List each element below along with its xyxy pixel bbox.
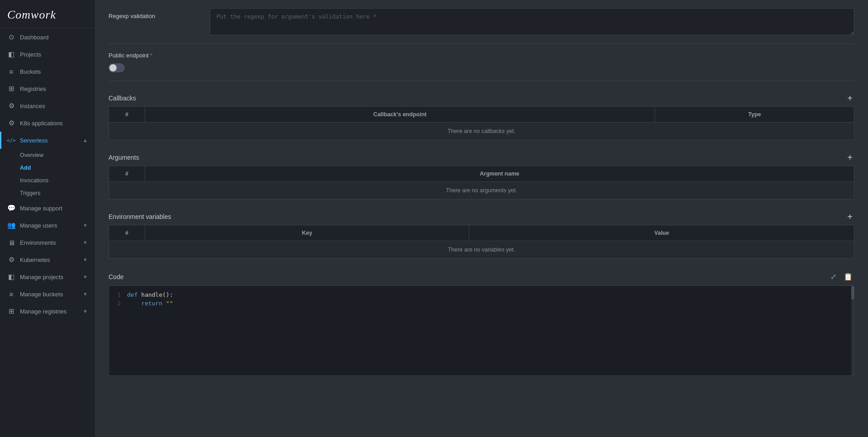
sidebar-item-label: Buckets [20,68,88,75]
kubernetes-icon: ⚙ [7,256,15,264]
registries-icon: ⊞ [7,85,15,93]
manage-buckets-icon: ≡ [7,290,15,298]
support-icon: 💬 [7,204,15,212]
chevron-down-icon: ▼ [83,257,88,262]
arguments-header: Arguments + [108,149,854,166]
main-content: Regexp validation Public endpoint * Call… [95,0,868,437]
callbacks-header: Callbacks + [108,90,854,106]
arguments-section: Arguments + # Argment name There are no … [108,149,854,200]
dashboard-icon: ⊙ [7,33,15,41]
arguments-table: # Argment name There are no arguments ye… [108,166,854,200]
sidebar-item-label: Manage users [20,222,78,229]
sidebar-item-kubernetes[interactable]: ⚙ Kubernetes ▼ [0,251,95,268]
table-row: There are no variables yet. [109,241,854,259]
code-title: Code [108,273,123,280]
env-col-value: Value [469,225,854,241]
sidebar-subitem-overview[interactable]: Overview [0,149,95,162]
instances-icon: ⚙ [7,102,15,110]
callbacks-col-type: Type [655,107,854,123]
sidebar-subitem-triggers[interactable]: Triggers [0,187,95,200]
logo-area: Comwork [0,0,95,28]
regexp-input[interactable] [210,8,854,35]
public-endpoint-row: Public endpoint * [108,44,854,81]
env-col-key: Key [145,225,469,241]
sidebar-item-projects[interactable]: ◧ Projects [0,46,95,63]
chevron-down-icon: ▼ [83,223,88,228]
sidebar-item-label: Manage registries [20,308,78,315]
sidebar-item-manage-buckets[interactable]: ≡ Manage buckets ▼ [0,285,95,303]
sidebar-item-dashboard[interactable]: ⊙ Dashboard [0,28,95,46]
users-icon: 👥 [7,221,15,229]
code-action-icons: ⤢ 📋 [829,271,854,282]
sidebar-item-k8s-applications[interactable]: ⚙ K8s applications [0,114,95,132]
sidebar-item-label: K8s applications [20,120,88,127]
env-add-button[interactable]: + [845,212,854,221]
toggle-wrapper [108,63,854,72]
chevron-down-icon: ▼ [83,309,88,314]
chevron-down-icon: ▼ [83,291,88,297]
code-line-2: 2 return "" [109,299,854,308]
sidebar-subitem-add[interactable]: Add [0,162,95,174]
sidebar-item-registries[interactable]: ⊞ Registries [0,80,95,97]
sidebar-item-label: Dashboard [20,34,88,41]
sidebar-item-label: Projects [20,51,88,58]
sidebar-item-environments[interactable]: 🖥 Environments ▼ [0,234,95,251]
sidebar-item-manage-registries[interactable]: ⊞ Manage registries ▼ [0,303,95,320]
callbacks-add-button[interactable]: + [845,94,854,103]
sidebar-item-manage-support[interactable]: 💬 Manage support [0,200,95,217]
line-content: def handle(): [127,291,173,298]
arguments-col-hash: # [109,166,145,182]
sidebar-item-buckets[interactable]: ≡ Buckets [0,63,95,80]
sidebar-item-label: Registries [20,86,88,92]
callbacks-section: Callbacks + # Callback's endpoint Type T… [108,90,854,140]
sidebar-item-manage-users[interactable]: 👥 Manage users ▼ [0,217,95,234]
code-copy-button[interactable]: 📋 [842,271,854,282]
code-scrollbar-thumb [851,286,854,299]
environments-icon: 🖥 [7,238,15,247]
manage-registries-icon: ⊞ [7,307,15,315]
code-line-1: 1 def handle(): [109,290,854,299]
buckets-icon: ≡ [7,67,15,76]
code-expand-button[interactable]: ⤢ [829,271,838,282]
callbacks-col-endpoint: Callback's endpoint [145,107,655,123]
arguments-empty-message: There are no arguments yet. [109,182,854,200]
env-title: Environment variables [108,213,171,220]
callbacks-empty-message: There are no callbacks yet. [109,123,854,140]
sidebar-item-manage-projects[interactable]: ◧ Manage projects ▼ [0,268,95,285]
toggle-knob [109,64,117,71]
callbacks-col-hash: # [109,107,145,123]
regexp-validation-row: Regexp validation [108,0,854,44]
sidebar-item-label: Serverless [20,137,78,144]
chevron-down-icon: ▼ [83,240,88,245]
env-header: Environment variables + [108,209,854,225]
sidebar: Comwork ⊙ Dashboard ◧ Projects ≡ Buckets… [0,0,95,437]
code-editor[interactable]: 1 def handle(): 2 return "" [108,285,854,376]
code-scrollbar [851,286,854,375]
sidebar-subitem-invocations[interactable]: Invocations [0,174,95,187]
callbacks-table: # Callback's endpoint Type There are no … [108,106,854,140]
sidebar-item-label: Kubernetes [20,256,78,263]
env-variables-section: Environment variables + # Key Value Ther… [108,209,854,259]
env-col-hash: # [109,225,145,241]
sidebar-item-label: Instances [20,103,88,109]
logo: Comwork [7,8,88,22]
projects-icon: ◧ [7,50,15,58]
sidebar-item-label: Manage projects [20,274,78,280]
regexp-label: Regexp validation [108,8,199,19]
public-endpoint-toggle[interactable] [108,63,125,72]
line-number: 1 [109,292,127,298]
sidebar-item-label: Manage buckets [20,291,78,298]
line-content: return "" [127,300,173,307]
line-number: 2 [109,300,127,307]
table-row: There are no callbacks yet. [109,123,854,140]
table-row: There are no arguments yet. [109,182,854,200]
arguments-add-button[interactable]: + [845,153,854,162]
sidebar-item-label: Environments [20,239,78,246]
env-empty-message: There are no variables yet. [109,241,854,259]
callbacks-title: Callbacks [108,95,136,102]
code-section: Code ⤢ 📋 1 def handle(): 2 return "" [108,268,854,376]
chevron-down-icon: ▼ [83,274,88,280]
sidebar-item-instances[interactable]: ⚙ Instances [0,97,95,114]
sidebar-item-label: Manage support [20,205,88,212]
sidebar-item-serverless[interactable]: </> Serverless ▲ [0,132,95,149]
